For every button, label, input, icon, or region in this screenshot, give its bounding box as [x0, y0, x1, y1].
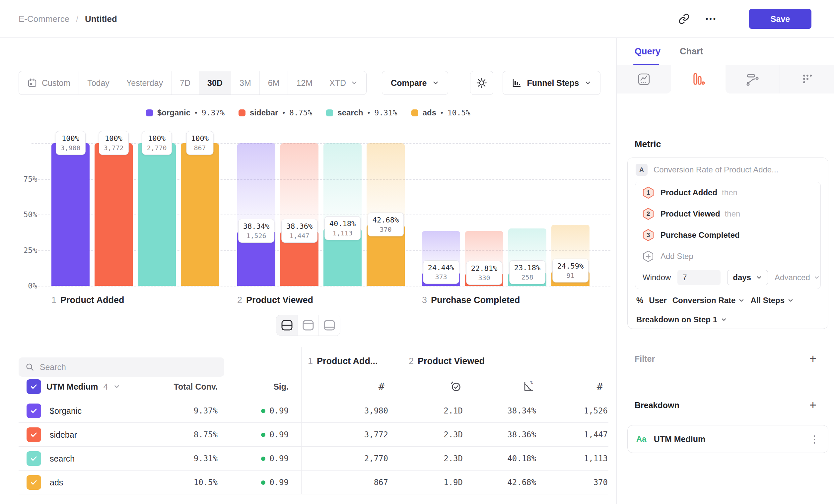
add-filter-button[interactable]: +	[809, 353, 816, 365]
row-conv-rate: 42.68%	[467, 471, 536, 495]
search-input[interactable]	[40, 362, 218, 372]
table-breakdown-header[interactable]: UTM Medium 4	[26, 377, 120, 396]
legend-item-sidebar[interactable]: sidebar•8.75%	[239, 108, 312, 117]
report-type-retention[interactable]	[780, 65, 834, 93]
step-number-badge: 2	[642, 208, 654, 220]
range-6m[interactable]: 6M	[260, 71, 288, 94]
count-column-icon[interactable]: #	[592, 380, 607, 393]
top-bar: E-Commerce / Untitled ••• Save	[0, 0, 834, 38]
window-unit-select[interactable]: days	[727, 270, 768, 285]
row-time-to-convert: 2.1D	[394, 399, 463, 423]
report-type-flows[interactable]	[726, 65, 780, 93]
tab-query[interactable]: Query	[635, 38, 660, 65]
measure-prefix: %	[636, 296, 643, 305]
save-button[interactable]: Save	[749, 9, 811, 29]
add-breakdown-button[interactable]: +	[809, 399, 816, 411]
table-step1-header[interactable]: 1Product Add...	[308, 354, 378, 368]
breakdown-on-select[interactable]: Breakdown on Step 1	[636, 314, 727, 326]
metric-step-3[interactable]: 3 Purchase Completed	[635, 225, 820, 246]
row-step2-count: 1,113	[537, 446, 608, 471]
breadcrumb-report-title[interactable]: Untitled	[85, 14, 117, 24]
row-step1-count: 867	[312, 471, 388, 495]
table-row-organic[interactable]: $organic 9.37% 0.99 3,980 2.1D 38.34% 1,…	[19, 399, 609, 423]
bar-value-label: 38.34%1,526	[238, 219, 275, 243]
row-checkbox[interactable]	[26, 428, 41, 442]
range-30d[interactable]: 30D	[199, 71, 231, 94]
sig-dot	[261, 480, 265, 485]
topbar-divider	[733, 11, 733, 26]
chart-legend: $organic•9.37%sidebar•8.75%search•9.31%a…	[0, 108, 616, 117]
bar-value-label: 23.18%258	[509, 260, 545, 284]
chevron-down-icon	[721, 316, 727, 323]
range-yesterday[interactable]: Yesterday	[118, 71, 172, 94]
range-3m[interactable]: 3M	[231, 71, 260, 94]
report-type-funnels[interactable]	[671, 65, 726, 93]
chart-view-selector[interactable]: Funnel Steps	[503, 71, 600, 95]
window-value-input[interactable]	[677, 270, 721, 285]
row-checkbox[interactable]	[26, 475, 41, 490]
report-type-insights[interactable]	[617, 65, 671, 93]
chart-settings-button[interactable]	[470, 71, 493, 95]
legend-item-ads[interactable]: ads•10.5%	[411, 108, 470, 117]
count-column-icon[interactable]: #	[374, 380, 389, 393]
table-step2-header[interactable]: 2Product Viewed	[409, 354, 485, 368]
range-custom[interactable]: Custom	[19, 71, 79, 94]
layout-toggle	[276, 315, 341, 336]
legend-swatch	[326, 109, 333, 116]
table-row-search[interactable]: search 9.31% 0.99 2,770 2.3D 40.18% 1,11…	[19, 446, 609, 471]
metric-title-row[interactable]: A Conversion Rate of Product Adde...	[636, 163, 778, 177]
row-name: search	[50, 446, 75, 471]
total-conv-header[interactable]: Total Conv.	[134, 377, 218, 396]
compare-button[interactable]: Compare	[382, 71, 448, 95]
share-link-icon[interactable]	[678, 13, 690, 25]
step-label-1: 1Product Added	[51, 295, 125, 305]
chevron-down-icon	[351, 79, 358, 87]
row-checkbox[interactable]	[26, 404, 41, 418]
conversion-rate-column-icon[interactable]: %	[522, 380, 536, 393]
funnel-bar-organic-step1[interactable]	[51, 143, 90, 286]
row-checkbox[interactable]	[26, 451, 41, 466]
metric-step-2[interactable]: 2 Product Viewed then	[635, 203, 820, 225]
funnel-bar-search-step1[interactable]	[138, 143, 176, 286]
chevron-down-icon	[432, 79, 439, 87]
sig-header[interactable]: Sig.	[238, 377, 289, 396]
calendar-icon	[27, 78, 37, 88]
measure-entity[interactable]: User	[649, 296, 666, 305]
add-step-row[interactable]: Add Step	[635, 246, 820, 267]
metric-step-1[interactable]: 1 Product Added then	[635, 182, 820, 203]
table-search[interactable]	[19, 358, 224, 377]
layout-split-button[interactable]	[276, 315, 298, 336]
row-sig: 0.99	[238, 446, 289, 471]
advanced-toggle[interactable]: Advanced	[775, 273, 820, 282]
layout-chart-button[interactable]	[298, 315, 319, 336]
funnel-bar-sidebar-step1[interactable]	[94, 143, 133, 286]
date-range-group: CustomTodayYesterday7D30D3M6M12MXTD	[19, 71, 367, 95]
range-12m[interactable]: 12M	[288, 71, 321, 94]
row-step2-count: 1,447	[537, 423, 608, 446]
range-7d[interactable]: 7D	[172, 71, 199, 94]
breakdown-item[interactable]: Aa UTM Medium ⋮	[627, 425, 828, 453]
bar-value-label: 100%3,980	[56, 131, 85, 155]
measure-scope-select[interactable]: All Steps	[750, 296, 794, 305]
measure-type-select[interactable]: Conversion Rate	[673, 296, 745, 305]
funnel-bar-ads-step1[interactable]	[181, 143, 219, 286]
table-row-ads[interactable]: ads 10.5% 0.99 867 1.9D 42.68% 370	[19, 471, 609, 495]
breadcrumb-project[interactable]: E-Commerce	[19, 14, 69, 24]
select-all-checkbox[interactable]	[26, 379, 41, 394]
table-row-sidebar[interactable]: sidebar 8.75% 0.99 3,772 2.3D 38.36% 1,4…	[19, 423, 609, 446]
more-menu-icon[interactable]: •••	[706, 15, 717, 23]
funnel-chart: 75%50%25%0%100%3,980100%3,772100%2,77010…	[0, 124, 616, 310]
step-label-2: 2Product Viewed	[237, 295, 313, 305]
legend-item-search[interactable]: search•9.31%	[326, 108, 397, 117]
tab-chart[interactable]: Chart	[680, 38, 703, 65]
report-type-strip	[617, 65, 834, 93]
kebab-menu-icon[interactable]: ⋮	[809, 433, 819, 445]
layout-table-button[interactable]	[319, 315, 340, 336]
range-xtd[interactable]: XTD	[321, 71, 366, 94]
insights-icon	[637, 72, 651, 87]
flows-icon	[745, 72, 760, 87]
bar-value-label: 24.44%373	[423, 260, 459, 284]
range-today[interactable]: Today	[79, 71, 118, 94]
time-to-convert-column-icon[interactable]	[448, 380, 463, 393]
legend-item-organic[interactable]: $organic•9.37%	[146, 108, 225, 117]
